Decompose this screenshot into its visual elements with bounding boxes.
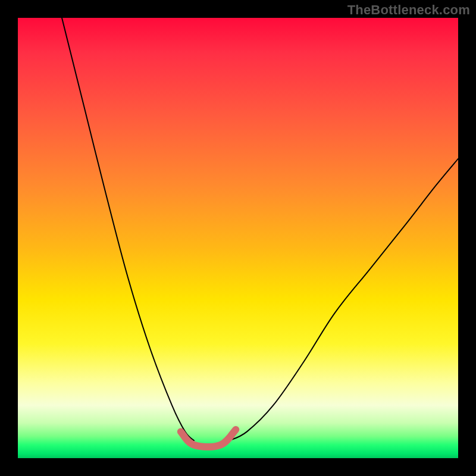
curve-right-branch: [229, 159, 458, 441]
optimal-zone-marker: [181, 430, 236, 447]
chart-frame: TheBottleneck.com: [0, 0, 476, 476]
bottleneck-curve: [18, 18, 458, 458]
plot-area: [18, 18, 458, 458]
watermark-text: TheBottleneck.com: [347, 2, 470, 18]
curve-left-branch: [62, 18, 194, 440]
